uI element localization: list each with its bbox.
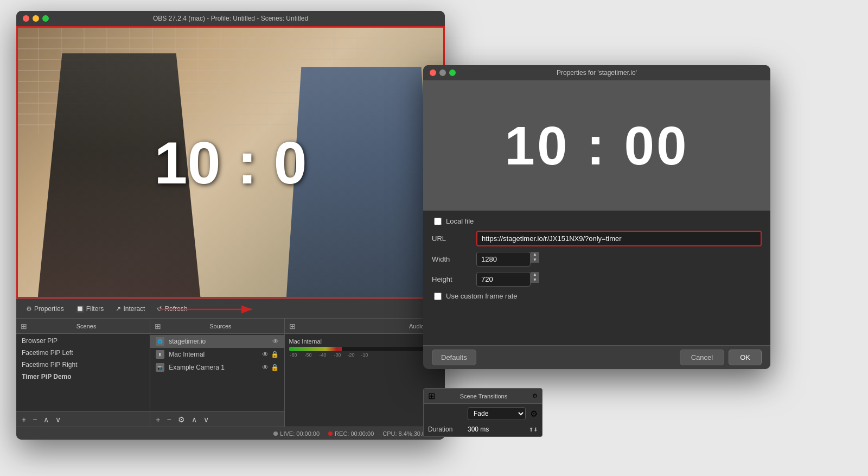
sources-panel-title: Sources: [209, 323, 231, 329]
scene-item-facetime-left[interactable]: Facetime PiP Left: [16, 347, 150, 359]
eye-icon-3[interactable]: 👁: [262, 364, 269, 371]
url-input[interactable]: [476, 231, 762, 246]
scene-transitions-gear-icon[interactable]: ⚙: [532, 392, 538, 399]
mac-internal-label: Mac Internal: [289, 338, 441, 345]
transition-type-row: Fade ⚙: [424, 404, 542, 423]
scenes-remove-button[interactable]: −: [30, 414, 39, 425]
interact-button[interactable]: ↗ Interact: [110, 303, 150, 315]
scene-transitions-panel: ⊞ Scene Transitions ⚙ Fade ⚙ Duration 30…: [423, 388, 542, 437]
obs-toolbar: ⚙ Properties 🔲 Filters ↗ Interact ↺ Refr…: [16, 299, 445, 318]
mac-internal-visibility: 👁 🔒: [262, 351, 279, 358]
obs-titlebar: OBS 27.2.4 (mac) - Profile: Untitled - S…: [16, 11, 445, 26]
preview-canvas: 10 : 0: [16, 26, 445, 299]
audio-mixer-header: ⊞ Audio Mixer: [285, 319, 445, 334]
audio-source-icon: 🎙: [156, 350, 164, 359]
rec-dot: [328, 431, 333, 436]
local-file-label: Local file: [446, 217, 474, 225]
height-spinner: ▲ ▼: [531, 272, 539, 287]
sources-panel-header: ⊞ Sources: [150, 319, 284, 334]
scene-item-browser-pip[interactable]: Browser PiP: [16, 335, 150, 347]
minimize-button[interactable]: [33, 15, 39, 22]
maximize-button[interactable]: [42, 15, 49, 22]
traffic-lights: [23, 15, 49, 22]
custom-frame-rate-checkbox[interactable]: [434, 293, 442, 300]
scenes-panel-header: ⊞ Scenes: [16, 319, 150, 334]
width-down-button[interactable]: ▼: [531, 257, 539, 263]
live-dot: [273, 431, 278, 436]
props-close-button[interactable]: [430, 69, 436, 76]
refresh-button[interactable]: ↺ Refresh: [151, 303, 193, 315]
scenes-add-button[interactable]: +: [20, 414, 28, 425]
height-down-button[interactable]: ▼: [531, 277, 539, 283]
transition-type-select[interactable]: Fade: [468, 407, 526, 420]
scenes-panel: ⊞ Scenes Browser PiP Facetime PiP Left F…: [16, 319, 150, 427]
scene-item-facetime-right[interactable]: Facetime PiP Right: [16, 359, 150, 371]
sources-move-up-button[interactable]: ∧: [189, 414, 199, 425]
duration-value: 300 ms: [468, 426, 525, 433]
obs-window-title: OBS 27.2.4 (mac) - Profile: Untitled - S…: [153, 15, 308, 22]
defaults-button[interactable]: Defaults: [432, 350, 476, 365]
source-item-mac-internal[interactable]: 🎙 Mac Internal 👁 🔒: [150, 348, 284, 361]
sources-settings-button[interactable]: ⚙: [176, 414, 187, 425]
width-input[interactable]: [476, 252, 531, 266]
width-label: Width: [432, 255, 470, 263]
scene-transitions-title: Scene Transitions: [460, 393, 507, 399]
properties-button[interactable]: ⚙ Properties: [21, 303, 69, 315]
lock-icon[interactable]: 🔒: [271, 351, 279, 358]
audio-meter-section: Mac Internal -60 -50 -40 -30 -20 -10: [285, 334, 445, 362]
props-minimize-button[interactable]: [439, 69, 446, 76]
browser-source-icon: 🌐: [156, 337, 164, 346]
sources-panel-footer: + − ⚙ ∧ ∨: [150, 411, 284, 427]
audio-mixer-panel: ⊞ Audio Mixer Mac Internal -60 -50 -40 -…: [285, 319, 445, 427]
camera-source-icon: 📷: [156, 363, 164, 372]
props-maximize-button[interactable]: [449, 69, 456, 76]
transition-settings-icon[interactable]: ⚙: [530, 409, 538, 419]
meter-markers: -60 -50 -40 -30 -20 -10: [289, 352, 441, 358]
filter-icon: 🔲: [76, 305, 84, 313]
scenes-move-up-button[interactable]: ∧: [41, 414, 51, 425]
sources-move-down-button[interactable]: ∨: [201, 414, 211, 425]
duration-row: Duration 300 ms ⬆⬇: [424, 423, 542, 436]
properties-titlebar: Properties for 'stagetimer.io': [423, 65, 770, 80]
duration-spinner-icon[interactable]: ⬆⬇: [529, 427, 538, 433]
scenes-add-icon[interactable]: ⊞: [21, 322, 27, 331]
source-item-stagetimer[interactable]: 🌐 stagetimer.io 👁: [150, 335, 284, 348]
obs-main-window: OBS 27.2.4 (mac) - Profile: Untitled - S…: [16, 11, 445, 440]
sources-remove-button[interactable]: −: [164, 414, 173, 425]
filters-button[interactable]: 🔲 Filters: [71, 303, 110, 315]
cancel-button[interactable]: Cancel: [680, 350, 724, 365]
scenes-list: Browser PiP Facetime PiP Left Facetime P…: [16, 334, 150, 411]
width-up-button[interactable]: ▲: [531, 252, 539, 257]
height-up-button[interactable]: ▲: [531, 272, 539, 277]
custom-frame-rate-row: Use custom frame rate: [432, 292, 762, 300]
height-row: Height ▲ ▼: [432, 272, 762, 287]
sources-panel: ⊞ Sources 🌐 stagetimer.io 👁 🎙 Ma: [150, 319, 284, 427]
ok-button[interactable]: OK: [729, 350, 762, 365]
height-input[interactable]: [476, 272, 531, 287]
eye-icon-2[interactable]: 👁: [262, 351, 269, 358]
camera-visibility: 👁 🔒: [262, 364, 279, 371]
scenes-panel-title: Scenes: [76, 323, 97, 329]
refresh-icon: ↺: [157, 305, 162, 313]
height-input-group: ▲ ▼: [476, 272, 539, 287]
width-input-group: ▲ ▼: [476, 252, 539, 266]
scene-transitions-icon: ⊞: [428, 391, 435, 401]
scenes-panel-footer: + − ∧ ∨: [16, 411, 150, 427]
close-button[interactable]: [23, 15, 29, 22]
sources-header-icon: ⊞: [155, 322, 161, 331]
properties-footer: Defaults Cancel OK: [423, 345, 770, 369]
lock-icon-2[interactable]: 🔒: [271, 364, 279, 371]
eye-icon[interactable]: 👁: [272, 338, 279, 345]
scenes-move-down-button[interactable]: ∨: [53, 414, 63, 425]
props-traffic-lights: [430, 69, 456, 76]
local-file-checkbox[interactable]: [434, 218, 442, 225]
obs-statusbar: LIVE: 00:00:00 REC: 00:00:00 CPU: 8.4%,3…: [16, 427, 445, 440]
custom-frame-rate-label: Use custom frame rate: [446, 292, 518, 300]
duration-label: Duration: [428, 426, 463, 433]
sources-add-button[interactable]: +: [154, 414, 162, 425]
audio-header-icon: ⊞: [289, 322, 296, 331]
scene-item-timer-demo[interactable]: Timer PiP Demo: [16, 371, 150, 383]
source-item-example-camera[interactable]: 📷 Example Camera 1 👁 🔒: [150, 361, 284, 374]
cursor-icon: ↗: [116, 305, 121, 313]
obs-preview: 10 : 0: [16, 26, 445, 299]
